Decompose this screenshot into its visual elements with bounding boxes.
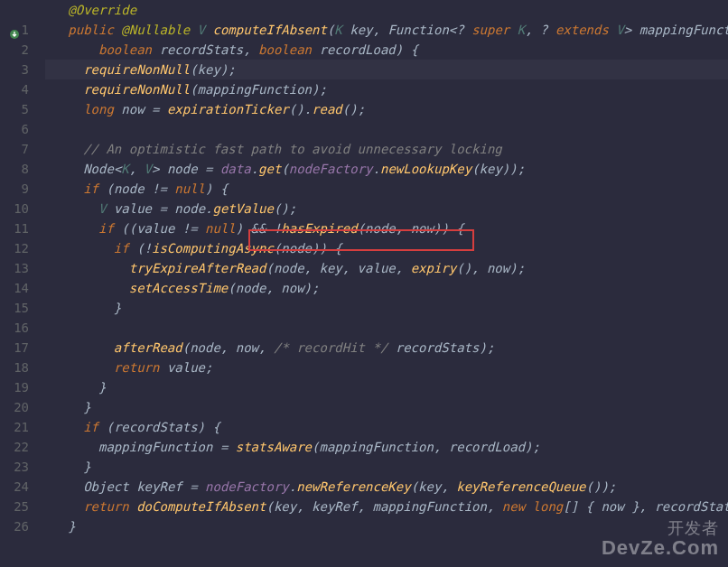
local-var: node xyxy=(236,281,266,295)
param: recordLoad xyxy=(320,42,396,57)
code-line[interactable]: if ((value != null) && !hasExpired(node,… xyxy=(45,218,728,238)
keyword-null: null xyxy=(174,181,205,196)
param: key xyxy=(274,499,296,514)
method-call: expiry xyxy=(411,261,457,275)
keyword: super xyxy=(471,23,509,37)
gutter-line: 20 xyxy=(0,397,29,417)
method-call: expirationTicker xyxy=(167,102,289,116)
type-param: V xyxy=(198,23,205,37)
code-line[interactable]: V value = node.getValue(); xyxy=(45,199,728,218)
param: recordStats xyxy=(159,42,243,57)
gutter-line: 6 xyxy=(0,119,29,139)
local-var: now xyxy=(601,499,623,514)
gutter-line: 23 xyxy=(0,457,29,477)
keyword: if xyxy=(114,241,129,256)
code-line[interactable]: long now = expirationTicker().read(); xyxy=(45,99,728,119)
comment: // An optimistic fast path to avoid unne… xyxy=(83,142,502,156)
local-var: keyRef xyxy=(136,479,182,494)
code-line[interactable]: if (!isComputingAsync(node)) { xyxy=(45,238,728,258)
param: mappingFunction xyxy=(98,440,212,454)
watermark-line2: DevZe.Com xyxy=(602,538,719,558)
code-line[interactable]: @Override xyxy=(45,0,728,20)
gutter-line: 2 xyxy=(0,40,29,60)
gutter-line: 5 xyxy=(0,99,29,119)
type-param: V xyxy=(616,23,623,37)
param: key xyxy=(350,23,372,37)
method-decl: computeIfAbsent xyxy=(212,23,326,37)
code-content[interactable]: @Override public @Nullable V computeIfAb… xyxy=(38,0,728,567)
code-line[interactable] xyxy=(45,119,728,139)
code-line[interactable]: return doComputeIfAbsent(key, keyRef, ma… xyxy=(45,497,728,516)
field: data xyxy=(220,162,251,176)
param: mappingFunction xyxy=(639,23,728,37)
code-line[interactable]: afterRead(node, now, /* recordHit */ rec… xyxy=(45,338,728,358)
method-call: hasExpired xyxy=(281,221,357,236)
method-call: requireNonNull xyxy=(83,82,190,97)
code-line[interactable] xyxy=(45,318,728,338)
code-line[interactable]: requireNonNull(mappingFunction); xyxy=(45,79,728,99)
gutter-line: 4 xyxy=(0,79,29,99)
code-line[interactable]: public @Nullable V computeIfAbsent(K key… xyxy=(45,20,728,40)
method-call: getValue xyxy=(213,201,274,216)
code-line[interactable]: setAccessTime(node, now); xyxy=(45,278,728,298)
annotation-nullable: @Nullable xyxy=(121,23,190,37)
keyword: if xyxy=(83,181,98,196)
code-line[interactable]: boolean recordStats, boolean recordLoad)… xyxy=(45,40,728,60)
type: Object xyxy=(83,479,129,494)
method-call: statsAware xyxy=(236,440,312,454)
gutter-line: 19 xyxy=(0,377,29,397)
type-param: V xyxy=(98,201,106,216)
local-var: node xyxy=(190,340,220,355)
code-line[interactable]: // An optimistic fast path to avoid unne… xyxy=(45,139,728,159)
local-var: now xyxy=(487,261,509,275)
local-var: value xyxy=(358,261,396,275)
type-param: K xyxy=(518,23,525,37)
local-var: value xyxy=(136,221,174,236)
gutter-line: 22 xyxy=(0,437,29,457)
code-line[interactable]: return value; xyxy=(45,358,728,377)
gutter-line: 10 xyxy=(0,199,29,218)
keyword: new xyxy=(502,499,525,514)
code-line[interactable]: } xyxy=(45,397,728,417)
keyword: if xyxy=(98,221,114,236)
local-var: now xyxy=(411,221,434,236)
keyword-public: public xyxy=(68,23,114,37)
code-line[interactable]: } xyxy=(45,457,728,477)
line-number-gutter: 1 2 3 4 5 6 7 8 9 10 11 12 13 14 15 16 1… xyxy=(0,0,38,567)
gutter-line: 9 xyxy=(0,179,29,199)
local-var: node xyxy=(274,261,304,275)
code-editor[interactable]: 1 2 3 4 5 6 7 8 9 10 11 12 13 14 15 16 1… xyxy=(0,0,728,567)
code-line[interactable]: mappingFunction = statsAware(mappingFunc… xyxy=(45,437,728,457)
local-var: node xyxy=(167,162,198,176)
param: recordStats xyxy=(654,499,728,514)
code-line[interactable]: } xyxy=(45,298,728,318)
gutter-line: 13 xyxy=(0,258,29,278)
code-line[interactable]: } xyxy=(45,377,728,397)
watermark-line1: 开发者 xyxy=(602,518,719,538)
code-line[interactable]: tryExpireAfterRead(node, key, value, exp… xyxy=(45,258,728,278)
code-line[interactable]: if (node != null) { xyxy=(45,179,728,199)
local-var: now xyxy=(121,102,144,116)
code-line[interactable]: if (recordStats) { xyxy=(45,417,728,437)
gutter-line: 17 xyxy=(0,338,29,358)
code-line-highlighted[interactable]: requireNonNull(key); xyxy=(45,60,728,79)
param: mappingFunction xyxy=(373,499,487,514)
type-param: V xyxy=(145,162,152,176)
keyword: extends xyxy=(555,23,609,37)
local-var: value xyxy=(114,201,152,216)
watermark: 开发者 DevZe.Com xyxy=(602,518,719,558)
gutter-line xyxy=(0,0,29,20)
code-line[interactable]: Object keyRef = nodeFactory.newReference… xyxy=(45,477,728,497)
type: Function xyxy=(387,23,448,37)
code-line[interactable]: Node<K, V> node = data.get(nodeFactory.n… xyxy=(45,159,728,179)
method-call: newLookupKey xyxy=(380,162,471,176)
comment-inline: /* recordHit */ xyxy=(274,340,387,355)
override-gutter-icon[interactable] xyxy=(9,25,18,34)
param: key xyxy=(418,479,441,494)
gutter-line: 15 xyxy=(0,298,29,318)
param: recordStats xyxy=(114,420,198,434)
param: recordLoad xyxy=(449,440,525,454)
local-var: node xyxy=(365,221,396,236)
method-call: read xyxy=(312,102,342,116)
keyword: boolean xyxy=(98,42,152,57)
